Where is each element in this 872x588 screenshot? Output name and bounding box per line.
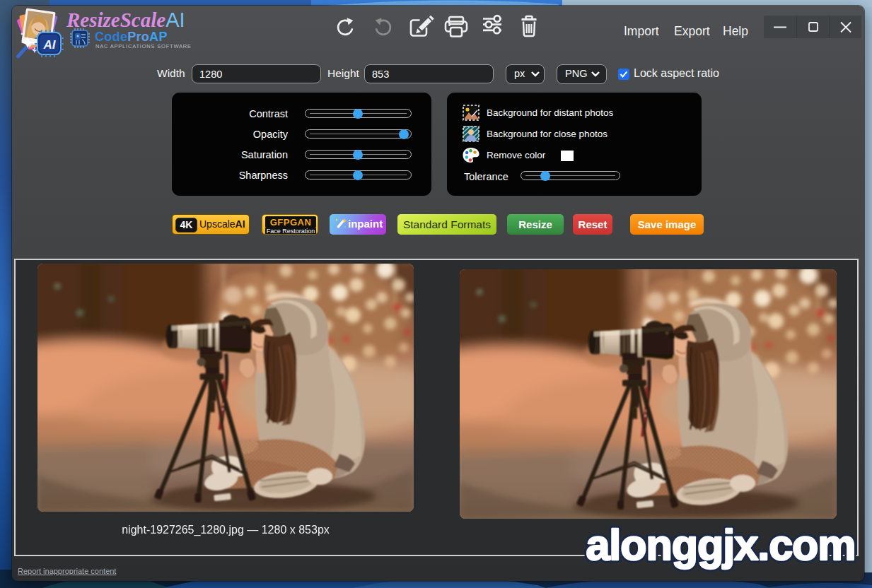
svg-text:AI: AI	[43, 38, 57, 52]
svg-text:alonggjx.com: alonggjx.com	[586, 521, 855, 569]
